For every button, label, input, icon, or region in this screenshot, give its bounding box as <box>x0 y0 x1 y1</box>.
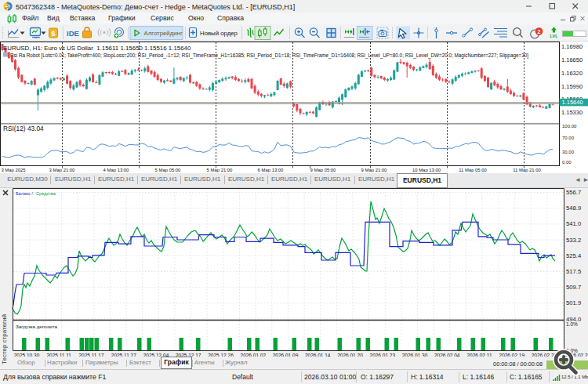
svg-text:4 Мар 13:00: 4 Мар 13:00 <box>103 168 130 172</box>
svg-text:Алготрейдинг: Алготрейдинг <box>144 30 183 37</box>
svg-text:3 Мар 2025: 3 Мар 2025 <box>1 168 26 172</box>
svg-text:Баланс /: Баланс / <box>16 191 33 196</box>
svg-text:Средства: Средства <box>36 191 56 196</box>
svg-text:6 Мар 13:00: 6 Мар 13:00 <box>258 168 285 172</box>
svg-text:Загрузка депозита: Загрузка депозита <box>16 324 58 329</box>
svg-text:0.00: 0.00 <box>562 160 572 165</box>
svg-text:5 Мар 05:00: 5 Мар 05:00 <box>155 168 182 172</box>
svg-text:LVL: LVL <box>550 34 558 38</box>
svg-text:1.16320: 1.16320 <box>561 70 583 77</box>
svg-text:100.00: 100.00 <box>562 124 577 129</box>
svg-text:1.15640: 1.15640 <box>562 99 583 106</box>
svg-text:RSI(12) 43.04: RSI(12) 43.04 <box>3 125 44 132</box>
svg-text:9 Мар 05:00: 9 Мар 05:00 <box>310 168 337 172</box>
svg-text:EURUSD, H1: Euro vs US Dollar: EURUSD, H1: Euro vs US Dollar 1.15611 1.… <box>3 45 191 52</box>
svg-text:10 Мар 13:00: 10 Мар 13:00 <box>412 168 441 172</box>
svg-text:541.0: 541.0 <box>566 220 581 227</box>
svg-text:11 Мар 21:00: 11 Мар 21:00 <box>513 168 541 172</box>
svg-text:509.7: 509.7 <box>566 284 581 291</box>
svg-text:$: $ <box>51 29 56 38</box>
svg-text:556.7: 556.7 <box>566 189 581 196</box>
svg-text:9 Мар 21:00: 9 Мар 21:00 <box>361 168 388 172</box>
svg-text:3 Мар 21:00: 3 Мар 21:00 <box>49 168 76 172</box>
svg-text:1.15330: 1.15330 <box>561 109 583 116</box>
svg-text:501.9: 501.9 <box>566 299 581 306</box>
svg-text:70.00: 70.00 <box>562 136 575 140</box>
svg-text:Rsi Ra Robot [Lots=0.01; TakeP: Rsi Ra Robot [Lots=0.01; TakeProfit=400;… <box>10 53 528 59</box>
svg-text:548.9: 548.9 <box>566 205 581 212</box>
svg-text:Новый ордер: Новый ордер <box>200 30 238 37</box>
svg-text:IDE: IDE <box>67 29 79 38</box>
svg-text:525.4: 525.4 <box>566 252 582 259</box>
svg-text:5 Мар 21:00: 5 Мар 21:00 <box>207 168 234 172</box>
svg-text:517.5: 517.5 <box>566 268 581 275</box>
svg-text:1.15990: 1.15990 <box>561 83 583 90</box>
svg-text:1.16980: 1.16980 <box>561 43 583 50</box>
svg-text:11 Мар 05:00: 11 Мар 05:00 <box>459 168 487 172</box>
svg-text:30.00: 30.00 <box>562 150 575 154</box>
svg-text:533.2: 533.2 <box>566 237 581 244</box>
svg-text:1.0%: 1.0% <box>566 321 578 327</box>
svg-text:S: S <box>6 4 9 9</box>
svg-text:2: 2 <box>537 28 541 35</box>
svg-text:1.16650: 1.16650 <box>561 56 583 63</box>
